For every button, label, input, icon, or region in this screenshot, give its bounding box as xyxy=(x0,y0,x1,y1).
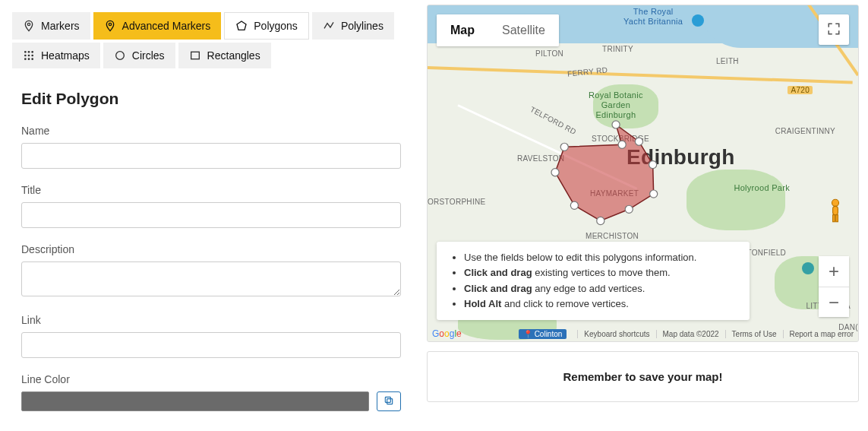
park-label: Royal Botanic Garden Edinburgh xyxy=(589,90,643,121)
right-panel: PILTON TRINITY LEITH Craigentinny STOCKB… xyxy=(422,0,868,431)
tab-label: Rectangles xyxy=(207,49,260,62)
svg-rect-29 xyxy=(833,215,835,222)
fullscreen-button[interactable] xyxy=(819,14,849,45)
svg-rect-14 xyxy=(387,398,393,404)
polygon-tips: Use the fields below to edit this polygo… xyxy=(437,242,750,320)
svg-rect-30 xyxy=(836,215,838,222)
circle-icon xyxy=(114,49,126,62)
map-type-control: Map Satellite xyxy=(437,14,559,46)
area-label: RAVELSTON xyxy=(517,154,564,163)
title-input[interactable] xyxy=(21,202,401,228)
map-type-map[interactable]: Map xyxy=(437,14,488,46)
edit-polygon-form: Edit Polygon Name Title Description Link… xyxy=(0,68,422,431)
tab-polygons[interactable]: Polygons xyxy=(224,12,309,40)
svg-point-1 xyxy=(109,23,111,25)
tab-polylines[interactable]: Polylines xyxy=(312,12,394,40)
save-reminder: Remember to save your map! xyxy=(427,351,859,402)
svg-point-7 xyxy=(28,55,30,57)
area-label: MERCHISTON xyxy=(586,232,639,240)
svg-marker-2 xyxy=(237,21,246,30)
line-color-label: Line Color xyxy=(21,373,401,385)
pegman[interactable] xyxy=(823,197,847,224)
keyboard-shortcuts-link[interactable]: Keyboard shortcuts xyxy=(577,330,649,338)
tab-label: Heatmaps xyxy=(41,49,90,62)
svg-point-12 xyxy=(115,52,124,60)
link-input[interactable] xyxy=(21,332,401,358)
description-input[interactable] xyxy=(21,261,401,296)
area-label: TRINITY xyxy=(602,45,633,53)
map-data-text: Map data ©2022 xyxy=(656,330,719,338)
svg-point-9 xyxy=(24,58,27,60)
svg-point-4 xyxy=(28,51,30,53)
poi-icon xyxy=(802,262,814,274)
svg-point-27 xyxy=(832,199,838,206)
area-label: LEITH xyxy=(716,57,739,65)
tip-item: Hold Alt and click to remove vertices. xyxy=(464,297,737,311)
feature-tabs: Markers Advanced Markers Polygons Polyli… xyxy=(0,0,422,68)
tab-markers[interactable]: Markers xyxy=(12,12,90,40)
city-label: Edinburgh xyxy=(627,145,735,170)
heatmap-icon xyxy=(23,49,35,62)
tip-item: Click and drag existing vertices to move… xyxy=(464,266,737,280)
svg-point-0 xyxy=(27,23,30,25)
poi-label: The Royal Yacht Britannia xyxy=(623,7,683,27)
svg-rect-13 xyxy=(191,52,199,59)
svg-rect-15 xyxy=(385,397,390,402)
marker-icon xyxy=(104,20,116,32)
name-input[interactable] xyxy=(21,143,401,169)
tab-circles[interactable]: Circles xyxy=(103,43,175,68)
form-heading: Edit Polygon xyxy=(21,90,401,108)
poi-icon xyxy=(692,14,704,27)
copy-icon xyxy=(383,395,394,408)
polygon-icon xyxy=(235,20,248,32)
zoom-out-button[interactable]: − xyxy=(819,287,849,317)
svg-point-3 xyxy=(24,51,27,53)
zoom-control: + − xyxy=(819,256,849,317)
map-attribution: Google 📍Colinton Keyboard shortcuts Map … xyxy=(432,328,854,339)
area-label: PILTON xyxy=(535,49,563,58)
polyline-icon xyxy=(323,20,335,32)
tip-item: Use the fields below to edit this polygo… xyxy=(464,251,737,265)
line-color-picker-button[interactable] xyxy=(377,391,401,411)
report-error-link[interactable]: Report a map error xyxy=(783,330,854,338)
terms-link[interactable]: Terms of Use xyxy=(725,330,777,338)
tab-advanced-markers[interactable]: Advanced Markers xyxy=(93,12,222,40)
tab-label: Polylines xyxy=(341,20,383,32)
zoom-in-button[interactable]: + xyxy=(819,256,849,287)
line-color-swatch[interactable] xyxy=(21,391,369,411)
area-label: HAYMARKET xyxy=(590,189,639,198)
road-label: A720 xyxy=(788,86,813,94)
area-label: Craigentinny xyxy=(775,127,835,135)
tab-label: Polygons xyxy=(254,20,298,32)
description-label: Description xyxy=(21,243,401,255)
area-label: STOCKBRIDGE xyxy=(592,135,649,143)
svg-point-11 xyxy=(31,58,33,60)
tab-label: Circles xyxy=(132,49,165,62)
rectangle-icon xyxy=(189,49,201,62)
tab-rectangles[interactable]: Rectangles xyxy=(178,43,271,68)
left-panel: Markers Advanced Markers Polygons Polyli… xyxy=(0,0,422,431)
google-logo: Google xyxy=(432,328,462,339)
tab-heatmaps[interactable]: Heatmaps xyxy=(12,43,100,68)
svg-point-5 xyxy=(31,51,33,53)
svg-point-10 xyxy=(28,58,30,60)
name-label: Name xyxy=(21,125,401,137)
tab-label: Advanced Markers xyxy=(122,20,211,32)
map-canvas[interactable]: PILTON TRINITY LEITH Craigentinny STOCKB… xyxy=(427,5,859,342)
svg-point-8 xyxy=(31,55,33,57)
marker-icon xyxy=(23,20,35,32)
fullscreen-icon xyxy=(827,22,841,38)
title-label: Title xyxy=(21,184,401,196)
tab-label: Markers xyxy=(41,20,80,32)
svg-rect-28 xyxy=(833,206,838,214)
locality-badge[interactable]: 📍Colinton xyxy=(519,329,567,339)
svg-point-6 xyxy=(24,55,27,57)
map-type-satellite[interactable]: Satellite xyxy=(488,14,559,46)
area-label: ORSTORPHINE xyxy=(428,198,485,206)
link-label: Link xyxy=(21,314,401,326)
tip-item: Click and drag any edge to add vertices. xyxy=(464,282,737,296)
park-label: Holyrood Park xyxy=(734,183,790,193)
